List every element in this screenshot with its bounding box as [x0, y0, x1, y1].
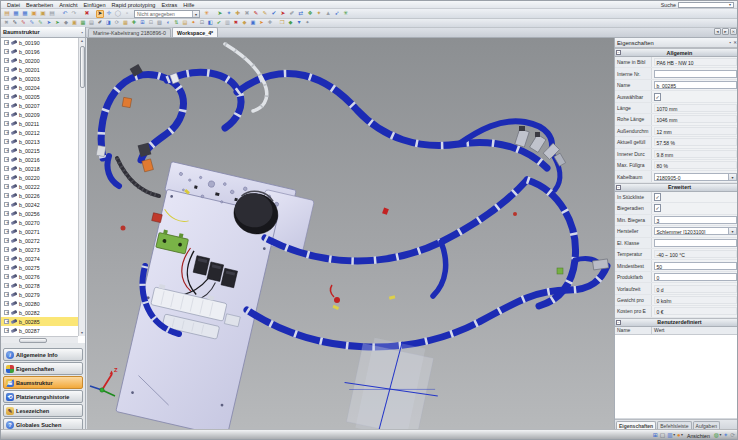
toolbar-button[interactable]: ✎ — [20, 20, 27, 27]
expander-icon[interactable] — [4, 292, 9, 297]
expander-icon[interactable] — [4, 274, 9, 279]
section-header-allgemein[interactable]: − Allgemein — [615, 48, 738, 57]
status-icon[interactable]: ⊞ — [653, 433, 658, 439]
tabbar-control-button[interactable]: ✕ — [730, 28, 737, 35]
tree-item[interactable]: b_00209 — [1, 110, 78, 119]
toolbar-button[interactable]: ⊞ — [139, 20, 146, 27]
toolbar-button[interactable]: ⇅ — [173, 20, 180, 27]
expander-icon[interactable] — [4, 229, 9, 234]
property-value[interactable]: 2180905-0 — [654, 173, 737, 181]
expander-icon[interactable] — [4, 148, 9, 153]
property-value[interactable]: 0 kg/m — [654, 296, 737, 304]
expander-icon[interactable] — [4, 238, 9, 243]
expander-icon[interactable] — [4, 121, 9, 126]
tree-item[interactable]: b_00201 — [1, 65, 78, 74]
property-value[interactable]: 0 € — [654, 307, 737, 315]
tree-item[interactable]: b_00222 — [1, 182, 78, 191]
toolbar-button[interactable]: ▣ — [250, 20, 257, 27]
tree-item[interactable]: b_00279 — [1, 290, 78, 299]
toolbar-button[interactable]: ▣ — [30, 10, 38, 18]
tree-item[interactable]: b_00216 — [1, 155, 78, 164]
toolbar-button[interactable]: ✳ — [203, 10, 211, 18]
tree-item[interactable]: b_00204 — [1, 83, 78, 92]
panel-tab[interactable]: Befehlsleiste — [657, 421, 691, 429]
status-icon[interactable]: ⟳ — [730, 433, 735, 439]
toolbar-button[interactable]: ➶ — [333, 10, 341, 18]
property-value[interactable]: -40 ~ 100 °C — [654, 250, 737, 258]
toolbar-button[interactable]: ✦ — [315, 10, 323, 18]
expander-icon[interactable] — [4, 184, 9, 189]
toolbar-button[interactable]: ❒ — [279, 20, 286, 27]
expander-icon[interactable] — [4, 58, 9, 63]
property-value[interactable]: 0 — [654, 273, 737, 281]
tree-item[interactable]: b_00273 — [1, 245, 78, 254]
toolbar-button[interactable]: ➤ — [279, 10, 287, 18]
sidebar-nav-button[interactable]: ✎ Lesezeichen — [3, 404, 83, 417]
property-value[interactable]: 57,58 % — [654, 138, 737, 146]
toolbar-button[interactable]: ▤ — [3, 10, 11, 18]
toolbar-button[interactable]: ◐ — [165, 20, 172, 27]
toolbar-button[interactable]: ✦ — [190, 20, 197, 27]
property-value[interactable]: 9,8 mm — [654, 150, 737, 158]
tree-item[interactable]: b_00285 — [1, 317, 78, 326]
expander-icon[interactable] — [4, 112, 9, 117]
toolbar-button[interactable]: ✔ — [216, 20, 223, 27]
sidebar-nav-button[interactable]: i Allgemeine Info — [3, 348, 83, 361]
property-value[interactable]: b_00285 — [654, 81, 737, 89]
tree-item[interactable]: b_00218 — [1, 164, 78, 173]
toolbar-button[interactable]: ✚ — [131, 20, 138, 27]
toolbar-button[interactable]: ✦ — [225, 10, 233, 18]
document-tab[interactable]: Workspace_4* — [172, 27, 218, 37]
property-value[interactable]: 0 d — [654, 285, 737, 293]
toolbar-button[interactable]: ✐ — [288, 10, 296, 18]
expander-icon[interactable] — [4, 49, 9, 54]
toolbar-button[interactable]: ➤ — [96, 10, 104, 18]
toolbar-button[interactable]: ✖ — [233, 20, 240, 27]
expander-icon[interactable] — [4, 310, 9, 315]
sidebar-nav-button[interactable]: Eigenschaften — [3, 362, 83, 375]
status-icon[interactable]: ▥ — [667, 433, 675, 439]
expander-icon[interactable] — [4, 283, 9, 288]
property-value[interactable]: 1070 mm — [654, 104, 737, 112]
tabbar-control-button[interactable]: ► — [722, 28, 729, 35]
toolbar-button[interactable]: ◯ — [114, 10, 122, 18]
expander-icon[interactable] — [4, 193, 9, 198]
tree-item[interactable]: b_00211 — [1, 119, 78, 128]
tree-item[interactable]: b_00276 — [1, 272, 78, 281]
toolbar-button[interactable]: ▣ — [71, 20, 78, 27]
sidebar-nav-button[interactable]: ⟲ Platzierungshistorie — [3, 390, 83, 403]
tabbar-control-button[interactable]: ◄ — [714, 28, 721, 35]
expander-icon[interactable] — [4, 139, 9, 144]
expander-icon[interactable] — [4, 301, 9, 306]
property-value[interactable]: 12 mm — [654, 127, 737, 135]
tree-item[interactable]: b_00270 — [1, 218, 78, 227]
userdef-table-body[interactable] — [615, 335, 738, 419]
toolbar-button[interactable]: ⇄ — [297, 10, 305, 18]
expander-icon[interactable] — [4, 157, 9, 162]
status-icon[interactable]: ▢ — [660, 433, 665, 439]
menu-item[interactable]: Einfügen — [80, 2, 108, 8]
menu-item[interactable]: Rapid prototyping — [109, 2, 159, 8]
toolbar-button[interactable]: ✖ — [83, 10, 91, 18]
menu-item[interactable]: Bearbeiten — [23, 2, 56, 8]
scroll-up-icon[interactable]: ▲ — [79, 38, 85, 44]
tree-item[interactable]: b_00278 — [1, 281, 78, 290]
panel-tab[interactable]: Aufgaben — [693, 421, 720, 429]
toolbar-button[interactable]: ➤ — [46, 20, 53, 27]
toolbar-button[interactable]: ✎ — [261, 10, 269, 18]
menu-item[interactable]: Hilfe — [180, 2, 197, 8]
toolbar-button[interactable]: ✔ — [270, 10, 278, 18]
toolbar-button[interactable]: ⊡ — [199, 20, 206, 27]
menu-item[interactable]: Datei — [4, 2, 23, 8]
expander-icon[interactable] — [4, 40, 9, 45]
property-value[interactable] — [654, 70, 737, 78]
expander-icon[interactable] — [4, 166, 9, 171]
expander-icon[interactable] — [4, 202, 9, 207]
pin-icon[interactable]: ▪ — [730, 40, 732, 45]
toolbar-button[interactable]: ✦ — [304, 20, 311, 27]
viewport-3d[interactable]: Z X — [87, 38, 614, 429]
property-value[interactable]: ✓ — [654, 204, 661, 212]
toolbar-button[interactable]: ➤ — [54, 20, 61, 27]
tree-item[interactable]: b_00282 — [1, 308, 78, 317]
expander-icon[interactable] — [4, 256, 9, 261]
